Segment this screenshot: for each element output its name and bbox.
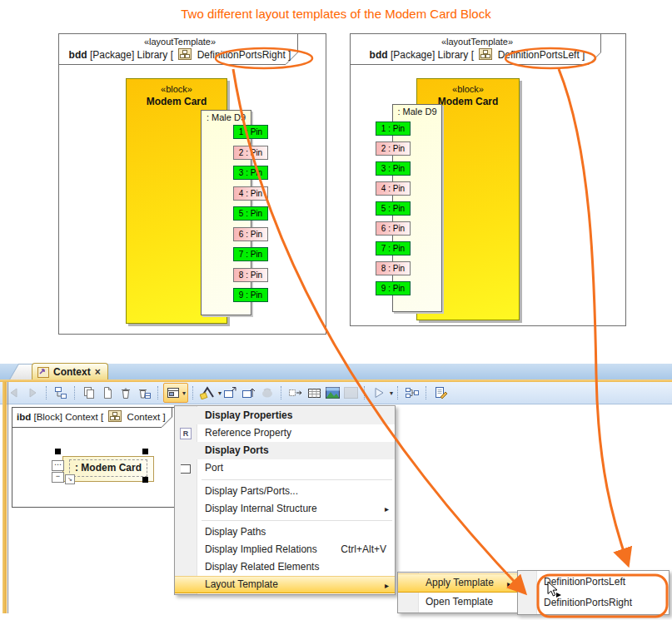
forward-icon[interactable] (23, 384, 42, 402)
diagram-header-label: bdd [Package] Library [ DefinitionPortsL… (351, 48, 604, 61)
toolbar-separator (364, 386, 366, 399)
containment-tree-icon[interactable] (52, 384, 70, 402)
stereotype-label: «layoutTemplate» (351, 37, 604, 47)
import-diagram-icon[interactable] (240, 384, 258, 402)
smart-manipulator-more-button[interactable]: ⋯ (52, 460, 64, 471)
pin-port: 9 : Pin (233, 288, 268, 302)
menu-item-open-template[interactable]: Open Template (398, 593, 517, 612)
menu-item-display-parts-ports[interactable]: Display Parts/Ports... (175, 483, 395, 500)
run-icon[interactable] (370, 384, 388, 402)
pin-port: 9 : Pin (376, 281, 411, 295)
menu-item-definition-ports-left[interactable]: DefinitionPortsLeft (518, 572, 669, 593)
menu-item-apply-template[interactable]: Apply Template▸ (398, 573, 517, 593)
page: Two different layout templates of the Mo… (0, 0, 672, 620)
menu-item-port[interactable]: Port (175, 459, 395, 477)
delete-icon[interactable] (117, 384, 135, 402)
menu-separator (202, 520, 392, 521)
ibd-header-label: ibd [Block] Context [ Context ] (17, 410, 166, 422)
shortcut-label: Ctrl+Alt+V (341, 541, 386, 558)
pin-port: 5 : Pin (233, 206, 268, 221)
menu-separator (202, 479, 392, 480)
selection-handle[interactable] (55, 449, 61, 454)
stereotype-label: «layoutTemplate» (59, 37, 301, 47)
layout-template-diagram-icon (178, 48, 192, 60)
pin-port: 6 : Pin (376, 221, 411, 236)
image-icon[interactable] (323, 384, 341, 402)
modem-card-part-element[interactable]: : Modem Card (62, 456, 154, 482)
report-icon[interactable] (431, 384, 450, 402)
submenu-arrow-icon: ▸ (385, 500, 389, 518)
pin-port: 7 : Pin (376, 241, 411, 255)
smart-manipulator-collapse-button[interactable]: − (52, 472, 64, 483)
publish-icon[interactable] (258, 384, 276, 402)
display-options-icon (166, 386, 181, 399)
toolbar-separator (192, 386, 194, 399)
template-name: DefinitionPortsRight (197, 49, 286, 61)
pane-left-border (7, 382, 8, 613)
export-diagram-icon[interactable] (222, 384, 240, 402)
pin-port: 6 : Pin (233, 227, 268, 241)
pin-port: 5 : Pin (376, 201, 411, 216)
toolbar-separator (397, 386, 399, 399)
context-diagram-icon (37, 367, 49, 378)
pin-port: 8 : Pin (233, 268, 268, 282)
layout-template-submenu: Apply Template▸ Open Template (397, 572, 518, 613)
dropdown-arrow-icon[interactable]: ▾ (390, 389, 393, 397)
pin-port: 8 : Pin (376, 261, 411, 275)
toolbar-separator (46, 386, 47, 399)
copy-icon[interactable] (80, 384, 98, 402)
pin-port: 3 : Pin (376, 161, 411, 176)
menu-item-display-implied-relations[interactable]: Display Implied RelationsCtrl+Alt+V (175, 541, 395, 558)
delete-from-model-icon[interactable] (135, 384, 153, 402)
structure-expand-icon[interactable]: ↘ (65, 474, 75, 484)
selection-handle[interactable] (142, 449, 148, 454)
tab-close-icon[interactable]: × (95, 366, 101, 378)
grid-icon[interactable] (305, 384, 323, 402)
display-options-button[interactable]: ▾ (163, 383, 188, 403)
ibd-frame-header: ibd [Block] Context [ Context ] (12, 408, 179, 428)
template-name: DefinitionPortsLeft (498, 49, 580, 61)
apply-template-submenu: DefinitionPortsLeft DefinitionPortsRight (517, 570, 670, 615)
toolbar: ▾ ▾ ▾ (0, 382, 672, 404)
text-tool-icon[interactable] (198, 384, 217, 402)
pin-port: 2 : Pin (376, 141, 411, 156)
diagram-frame-header: «layoutTemplate» bdd [Package] Library [… (59, 34, 301, 66)
layout-template-diagram-icon (479, 48, 492, 60)
pin-port: 3 : Pin (233, 166, 268, 180)
port-icon (181, 464, 191, 474)
fit-size-icon[interactable] (286, 384, 305, 402)
element-name-label[interactable]: : Modem Card (69, 459, 147, 477)
image-disabled-icon[interactable] (341, 384, 360, 402)
menu-item-display-ports[interactable]: Display Ports (175, 442, 395, 459)
toolbar-separator (281, 386, 282, 399)
menu-item-display-related-elements[interactable]: Display Related Elements (175, 558, 395, 576)
diagram-header-label: bdd [Package] Library [ DefinitionPortsR… (59, 48, 301, 61)
pin-port: 1 : Pin (233, 125, 268, 139)
toolbar-separator (74, 386, 76, 399)
menu-item-definition-ports-right[interactable]: DefinitionPortsRight (518, 593, 669, 613)
pin-port: 2 : Pin (233, 146, 268, 160)
menu-item-reference-property[interactable]: RReference Property (175, 424, 395, 442)
tab-context[interactable]: Context × (32, 363, 108, 380)
bdd-frame-definition-ports-left: «layoutTemplate» bdd [Package] Library [… (350, 33, 626, 326)
toolbar-separator (426, 386, 427, 399)
pane-left-edge (2, 382, 7, 613)
context-diagram-icon (108, 410, 122, 422)
submenu-arrow-icon: ▸ (385, 577, 389, 594)
submenu-arrow-icon: ▸ (507, 574, 511, 593)
toolbar-separator (157, 386, 159, 399)
tab-label: Context (53, 366, 91, 378)
menu-item-display-paths[interactable]: Display Paths (175, 523, 395, 541)
pin-port: 1 : Pin (376, 122, 411, 136)
paste-icon[interactable] (98, 384, 117, 402)
pin-port: 7 : Pin (233, 247, 268, 261)
menu-item-layout-template[interactable]: Layout Template▸ (175, 576, 395, 593)
menu-item-display-properties[interactable]: Display Properties (175, 407, 395, 424)
context-menu: Display Properties RReference Property D… (174, 405, 396, 595)
related-elements-icon[interactable] (403, 384, 421, 402)
pin-port: 4 : Pin (376, 181, 411, 196)
reference-property-icon: R (180, 428, 192, 439)
dropdown-arrow-icon: ▾ (182, 389, 186, 397)
menu-item-display-internal-structure[interactable]: Display Internal Structure▸ (175, 500, 395, 518)
selection-handle[interactable] (142, 477, 148, 483)
